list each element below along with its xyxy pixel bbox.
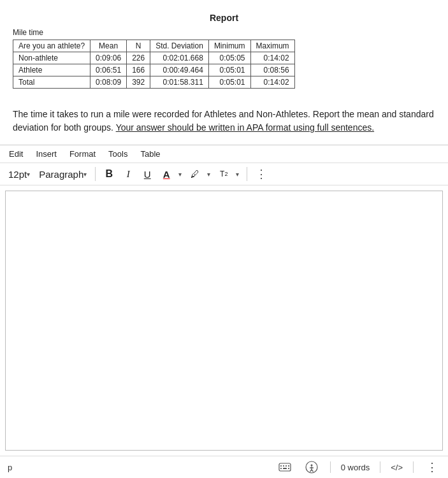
toolbar-divider-1 [95,167,96,181]
table-cell: Total [13,76,90,89]
svg-point-9 [310,465,312,467]
table-cell: 0:05:01 [208,64,250,76]
font-size-value: 12pt [8,169,27,180]
status-more-button[interactable]: ⋮ [424,459,440,475]
table-cell: 0:00:49.464 [150,64,209,76]
accessibility-icon [305,461,318,474]
table-cell: 0:14:02 [250,52,294,64]
table-label: Mile time [13,28,435,37]
menu-table[interactable]: Table [139,148,161,160]
more-options-button[interactable]: ⋮ [252,166,270,182]
superscript-group: T2 ▾ [215,166,242,182]
table-row: Total0:08:093920:01:58.3110:05:010:14:02 [13,76,295,89]
status-divider-3 [413,461,414,473]
status-paragraph-marker: p [8,463,12,472]
prompt-section: The time it takes to run a mile were rec… [0,95,448,145]
accessibility-button[interactable] [303,459,320,475]
table-cell: Non-athlete [13,52,90,64]
code-view-label[interactable]: </> [391,463,403,472]
table-row: Athlete0:06:511660:00:49.4640:05:010:08:… [13,64,295,76]
word-count: 0 words [341,463,370,472]
status-divider-1 [330,461,331,473]
table-cell: 0:05:05 [208,52,250,64]
keyboard-shortcut-button[interactable] [277,459,293,475]
table-row: Non-athlete0:09:062260:02:01.6680:05:050… [13,52,295,64]
table-cell: 0:14:02 [250,76,294,89]
menu-edit[interactable]: Edit [8,148,24,160]
table-cell: 0:09:06 [90,52,127,64]
toolbar: 12pt ▾ Paragraph ▾ B I U A [0,163,448,185]
table-cell: 226 [127,52,150,64]
table-cell: 392 [127,76,150,89]
svg-rect-0 [279,463,291,471]
highlight-color-group: 🖊 ▾ [187,166,213,182]
highlight-button[interactable]: 🖊 [187,166,203,182]
table-cell: 0:01:58.311 [150,76,209,89]
col-header-n: N [127,40,150,52]
col-header-athlete: Are you an athlete? [13,40,90,52]
svg-rect-1 [280,465,282,467]
svg-rect-4 [288,465,289,467]
font-color-button[interactable]: A [158,166,175,182]
svg-rect-7 [288,468,289,469]
font-color-group: A ▾ [158,166,184,182]
table-cell: 166 [127,64,150,76]
table-cell: 0:08:09 [90,76,127,89]
svg-rect-2 [283,465,284,467]
keyboard-icon [278,462,291,472]
paragraph-label: Paragraph [39,169,83,180]
menu-format[interactable]: Format [68,148,97,160]
editor-content-area[interactable] [5,191,443,451]
font-color-chevron[interactable]: ▾ [175,166,184,182]
status-divider-2 [380,461,380,473]
table-cell: Athlete [13,64,90,76]
svg-rect-5 [280,468,282,469]
menu-tools[interactable]: Tools [107,148,129,160]
superscript-chevron[interactable]: ▾ [233,166,242,182]
prompt-text-underline: Your answer should be written in APA for… [116,122,374,133]
col-header-min: Minimum [208,40,250,52]
menu-bar: Edit Insert Format Tools Table [0,145,448,163]
paragraph-style-selector[interactable]: Paragraph ▾ [36,166,90,182]
italic-button[interactable]: I [120,166,136,182]
underline-button[interactable]: U [139,166,155,182]
highlight-icon: 🖊 [191,169,199,179]
editor-wrapper: Edit Insert Format Tools Table 12pt ▾ Pa… [0,145,448,478]
status-bar: p [0,456,448,478]
svg-rect-3 [285,465,287,467]
col-header-mean: Mean [90,40,127,52]
font-size-chevron: ▾ [27,171,30,178]
font-color-label: A [163,169,170,180]
toolbar-divider-2 [247,167,247,181]
bold-button[interactable]: B [101,166,117,182]
svg-rect-6 [283,468,287,469]
col-header-std: Std. Deviation [150,40,209,52]
report-table: Are you an athlete? Mean N Std. Deviatio… [13,40,295,89]
table-cell: 0:06:51 [90,64,127,76]
report-title: Report [13,13,435,23]
table-cell: 0:05:01 [208,76,250,89]
font-size-selector[interactable]: 12pt ▾ [5,166,33,182]
col-header-max: Maximum [250,40,294,52]
report-section: Report Mile time Are you an athlete? Mea… [0,0,448,95]
table-cell: 0:02:01.668 [150,52,209,64]
highlight-chevron[interactable]: ▾ [204,166,213,182]
svg-line-13 [312,470,314,472]
menu-insert[interactable]: Insert [34,148,58,160]
superscript-button[interactable]: T2 [215,166,232,182]
table-cell: 0:08:56 [250,64,294,76]
paragraph-chevron: ▾ [83,171,87,178]
